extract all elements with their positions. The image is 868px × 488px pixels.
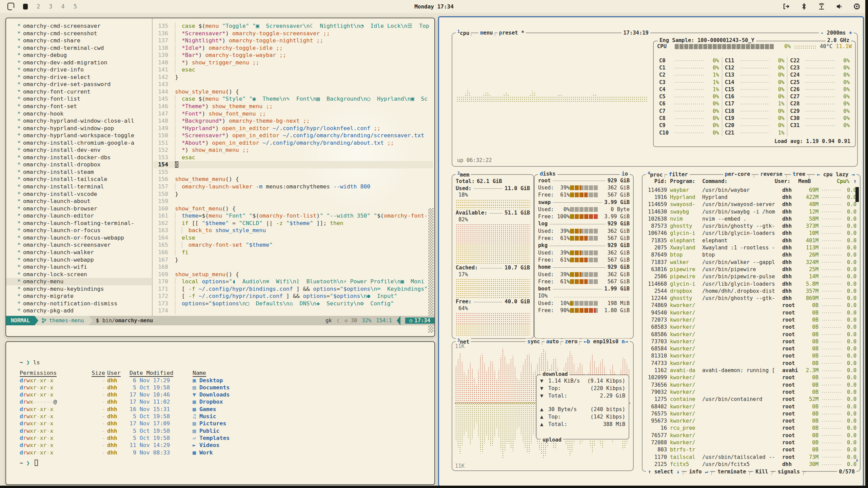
cpu-tab[interactable]: 1cpu <box>456 29 471 36</box>
code-line[interactable]: 143 <box>153 81 433 88</box>
process-row[interactable]: 114630swaybg/usr/bin/swaybg -i /homdhh12… <box>646 208 856 215</box>
process-row[interactable]: 1916HyprlandHyprlanddhh422M0.0 <box>646 194 856 201</box>
code-editor[interactable]: 135▏ case $(menu "Toggle" "▣ Screensaver… <box>153 22 433 316</box>
proc-action-select[interactable]: ↑ select ↓ <box>646 469 682 475</box>
process-row[interactable]: 74869kworker/root0B0.0 <box>646 302 856 309</box>
code-line[interactable]: 151▏ *About*) open_in_editor ~/.config/o… <box>153 139 433 147</box>
file-list-item[interactable]: *omarchy-hyprland-window-close-all <box>6 117 152 125</box>
workspace-3[interactable]: 3 <box>49 3 52 10</box>
process-row[interactable]: 68583kworker/root0B0.0 <box>646 324 856 331</box>
bluetooth-icon[interactable] <box>800 3 808 10</box>
proc-tab-reverse[interactable]: reverse <box>758 171 784 178</box>
workspace-5[interactable]: 5 <box>74 3 77 10</box>
file-list-item[interactable]: *omarchy-install-dev-env <box>6 146 152 154</box>
code-line[interactable]: 165▏ ▏ omarchy-font-set "$theme" <box>153 241 433 249</box>
code-line[interactable]: 141▏ esac <box>153 66 433 74</box>
file-list-item[interactable]: *omarchy-hyprland-workspace-toggle <box>6 132 152 139</box>
file-list-item[interactable]: *omarchy-cmd-screensaver <box>6 22 152 30</box>
file-list[interactable]: *omarchy-cmd-screensaver*omarchy-cmd-scr… <box>6 22 152 316</box>
net-interface[interactable]: ←b enp191s0 n→ <box>582 339 630 345</box>
file-list-item[interactable]: *omarchy-launch-about <box>6 198 152 205</box>
code-line[interactable]: 140▏ *) show_trigger_menu ;; <box>153 59 433 66</box>
file-list-item[interactable]: *omarchy-launch-or-focus <box>6 227 152 234</box>
process-row[interactable]: 1162avahi-daavahi-daemon: running [avahi… <box>646 367 856 374</box>
proc-header-cell[interactable]: Command: <box>702 178 772 185</box>
process-row[interactable]: 74733kworker/root0B0.0 <box>646 360 856 367</box>
process-row[interactable]: 73703kworker/root0B0.0 <box>646 338 856 345</box>
process-row[interactable]: 63816pipewire/usr/bin/pipewiredhh25M0.0 <box>646 266 856 273</box>
process-row[interactable]: 803btrfs-trroot0B0.0 <box>646 446 856 453</box>
process-row[interactable]: 95673kworker/root0B0.0 <box>646 418 856 425</box>
file-list-item[interactable]: *omarchy-launch-webapp <box>6 256 152 264</box>
file-list-item[interactable]: *omarchy-dev-add-migration <box>6 59 152 66</box>
ls-row[interactable]: drwxr-xr-x-dhh16 Nov 15:31▩Games <box>20 406 434 413</box>
file-list-item[interactable]: *omarchy-launch-browser <box>6 205 152 212</box>
file-list-item[interactable]: *omarchy-install-tailscale <box>6 176 152 183</box>
code-line[interactable]: 167} <box>153 256 433 264</box>
proc-header-cell[interactable]: MemB <box>795 178 811 185</box>
file-list-item[interactable]: *omarchy-lock-screen <box>6 271 152 278</box>
code-line[interactable]: 170▏ local options="◖ Audio\n≋ Wifi\nᛒ B… <box>153 278 433 285</box>
process-row[interactable]: 81310kworker/root0B0.0 <box>646 352 856 360</box>
code-line[interactable]: 149▏ *Hyprland*) open_in_editor ~/.confi… <box>153 125 433 132</box>
code-line[interactable]: 144show_style_menu() { <box>153 88 433 96</box>
preset-button[interactable]: preset * <box>497 30 526 36</box>
wifi-icon[interactable] <box>818 3 825 10</box>
process-row[interactable]: 94540kworker/root0B0.0 <box>646 309 856 316</box>
scrollbar-thumb[interactable] <box>428 208 434 333</box>
file-list-item[interactable]: *omarchy-hook <box>6 110 152 118</box>
file-list-item[interactable]: *omarchy-pkg-add <box>6 307 152 314</box>
process-row[interactable]: 102638nvimnvim --embed .dhh58M0.0 <box>646 215 856 222</box>
code-line[interactable]: 150▏ *Screensaver*) open_in_editor ~/.co… <box>153 132 433 139</box>
file-list-item[interactable]: *omarchy-install-steam <box>6 168 152 176</box>
proc-tab-tree[interactable]: tree <box>791 171 807 178</box>
file-list-item[interactable]: *omarchy-launch-walker <box>6 249 152 256</box>
code-line[interactable]: 142} <box>153 74 433 81</box>
code-line[interactable]: 146▏ *Theme*) show_theme_menu ;; <box>153 103 433 110</box>
net-tab-zero[interactable]: zero <box>563 339 579 345</box>
code-line[interactable]: 155 <box>153 168 433 176</box>
code-line[interactable]: 171▏ [ -f ~/.config/hypr/bindings.conf ]… <box>153 285 433 293</box>
process-row[interactable]: 16rcu_preeroot0B0.0 <box>646 425 856 432</box>
file-list-item[interactable]: *omarchy-launch-screensaver <box>6 241 152 249</box>
ls-row[interactable]: drwxr-xr-x-dhh 5 Oct 19:58▧Public <box>20 427 434 434</box>
file-list-item[interactable]: *omarchy-menu-keybindings <box>6 285 152 293</box>
workspace-1[interactable] <box>23 4 28 9</box>
file-list-item[interactable]: *omarchy-font-list <box>6 95 152 103</box>
net-tab-auto[interactable]: auto <box>545 339 560 345</box>
file-list-item[interactable]: *omarchy-install-chromium-google-a <box>6 139 152 147</box>
process-row[interactable]: 106746glycin-i/usr/lib/glycin-loadersdhh… <box>646 230 856 237</box>
code-line[interactable]: 160show_font_menu() { <box>153 205 433 212</box>
proc-action-Kill[interactable]: Kill <box>753 469 770 475</box>
code-line[interactable]: 173▏ options="$options\n▢ Defaults\n⌂ DN… <box>153 300 433 307</box>
process-row[interactable]: 68402kworker/root0B0.0 <box>646 403 856 410</box>
code-line[interactable]: 137▏ *Nightlight*) omarchy-toggle-nightl… <box>153 37 433 44</box>
ls-row[interactable]: drwxr-xr-x-dhh 6 Nov 17:29▣Desktop <box>20 377 434 384</box>
process-row[interactable]: 72073kworker/root0B0.0 <box>646 316 856 323</box>
code-line[interactable]: 148▏ *Background*) omarchy-theme-bg-next… <box>153 117 433 125</box>
shell-prompt[interactable]: ~ ❯ <box>20 460 434 467</box>
filter-button[interactable]: filter <box>667 171 690 178</box>
code-line[interactable]: 159 <box>153 198 433 205</box>
file-list-item[interactable]: *omarchy-launch-editor <box>6 212 152 220</box>
proc-tab-per-core[interactable]: per-core <box>723 171 752 178</box>
workspace-4[interactable]: 4 <box>61 3 65 10</box>
proc-action-signals[interactable]: signals <box>776 469 802 475</box>
process-row[interactable]: 1170tailscal/usr/sbin/tailscaled --root7… <box>646 453 856 461</box>
process-row[interactable]: 71837walker/usr/bin/walker --gappldhh324… <box>646 259 856 266</box>
file-list-item[interactable]: *omarchy-drive-select <box>6 74 152 81</box>
code-line[interactable]: 162▏ if [[ "$theme" = "CNCLD" || -z "$th… <box>153 220 433 227</box>
code-line[interactable]: 168 <box>153 263 433 271</box>
file-list-item[interactable]: *omarchy-cmd-terminal-cwd <box>6 44 152 52</box>
file-list-item[interactable]: *omarchy-install-docker-dbs <box>6 154 152 161</box>
process-row[interactable]: 114659swayosd-/usr/bin/swayosd-serverdhh… <box>646 201 856 208</box>
file-list-item[interactable]: *omarchy-font-current <box>6 88 152 96</box>
ls-row[interactable]: drwx------@-dhh17 Nov 11:02▦Dropbox <box>20 398 434 405</box>
file-list-item[interactable]: *omarchy-debug <box>6 52 152 59</box>
menu-button[interactable]: menu <box>478 30 494 36</box>
process-row[interactable]: 2506pipewire/usr/bin/pipewire-pulsedhh14… <box>646 273 856 280</box>
process-row[interactable]: 87573ghostty/usr/bin/ghostty --gtk-dhh37… <box>646 222 856 229</box>
file-list-item[interactable]: *omarchy-drive-info <box>6 66 152 74</box>
process-row[interactable]: 68584kworker/root0B0.0 <box>646 345 856 352</box>
code-line[interactable]: 154} <box>153 161 433 168</box>
